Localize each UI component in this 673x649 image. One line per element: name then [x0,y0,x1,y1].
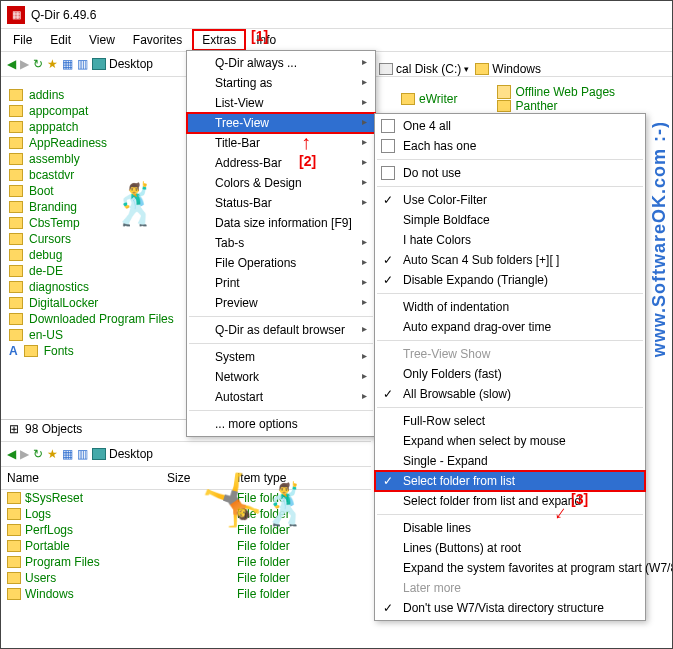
back-icon[interactable]: ◀ [7,57,16,71]
grid-icon[interactable]: ▦ [62,447,73,461]
menu-item[interactable]: Auto expand drag-over time [375,317,645,337]
address-desktop[interactable]: Desktop [92,447,153,461]
table-row[interactable]: PortableFile folder [1,538,371,554]
col-size[interactable]: Size [161,469,231,487]
folder-item[interactable]: appcompat [9,103,193,119]
menu-item[interactable]: Lines (Buttons) at root [375,538,645,558]
layout-icon[interactable]: ▥ [77,447,88,461]
forward-icon[interactable]: ▶ [20,57,29,71]
col-type[interactable]: Item type [231,469,351,487]
fav-icon[interactable]: ★ [47,447,58,461]
column-headers[interactable]: Name Size Item type [1,467,371,490]
menu-extras[interactable]: Extras [192,29,246,51]
table-row[interactable]: LogsFile folder [1,506,371,522]
file-item[interactable]: Panther [497,99,615,113]
grid-icon[interactable]: ▦ [62,57,73,71]
menu-item[interactable]: Network [187,367,375,387]
folder-item[interactable]: Boot [9,183,193,199]
menu-item[interactable]: Starting as [187,73,375,93]
menu-item[interactable]: Only Folders (fast) [375,364,645,384]
folder-item[interactable]: debug [9,247,193,263]
menu-item[interactable]: Single - Expand [375,451,645,471]
col-name[interactable]: Name [1,469,161,487]
menu-item[interactable]: Tree-View [187,113,375,133]
folder-item[interactable]: bcastdvr [9,167,193,183]
folder-item[interactable]: Downloaded Program Files [9,311,193,327]
menu-item[interactable]: Q-Dir as default browser [187,320,375,340]
refresh-icon[interactable]: ↻ [33,447,43,461]
menu-item[interactable]: Colors & Design [187,173,375,193]
file-item[interactable]: Offline Web Pages [497,85,615,99]
fav-icon[interactable]: ★ [47,57,58,71]
menu-item-label: Lines (Buttons) at root [403,541,521,555]
table-row[interactable]: $SysResetFile folder [1,490,371,506]
menu-item[interactable]: ... more options [187,414,375,434]
menu-item[interactable]: Expand when select by mouse [375,431,645,451]
folder-item[interactable]: assembly [9,151,193,167]
folder-item[interactable]: DigitalLocker [9,295,193,311]
back-icon[interactable]: ◀ [7,447,16,461]
forward-icon[interactable]: ▶ [20,447,29,461]
menu-item[interactable]: Expand the system favorites at program s… [375,558,645,578]
menu-item[interactable]: ✓All Browsable (slow) [375,384,645,404]
menu-item[interactable]: Data size information [F9] [187,213,375,233]
table-row[interactable]: PerfLogsFile folder [1,522,371,538]
menu-favorites[interactable]: Favorites [125,31,190,49]
menu-item[interactable]: ✓Select folder from list [375,471,645,491]
menu-item-label: Select folder from list [403,474,515,488]
folder-item[interactable]: A Fonts [9,343,193,359]
expand-icon[interactable]: ⊞ [9,422,19,436]
menu-item[interactable]: System [187,347,375,367]
layout-icon [381,119,395,133]
menu-item[interactable]: Status-Bar [187,193,375,213]
menu-item[interactable]: Autostart [187,387,375,407]
monitor-icon [92,58,106,70]
menu-item[interactable]: ✓Auto Scan 4 Sub folders [+][ ] [375,250,645,270]
table-row[interactable]: WindowsFile folder [1,586,371,602]
menu-item[interactable]: ✓Use Color-Filter [375,190,645,210]
menu-item[interactable]: Disable lines [375,518,645,538]
chevron-down-icon[interactable]: ▾ [464,64,469,74]
menu-item[interactable]: List-View [187,93,375,113]
row-name: Program Files [25,555,100,569]
menu-view[interactable]: View [81,31,123,49]
menu-item[interactable]: ✓Disable Expando (Triangle) [375,270,645,290]
address-disk[interactable]: cal Disk (C:) ▾ [379,62,469,76]
menu-item[interactable]: I hate Colors [375,230,645,250]
folder-item[interactable]: CbsTemp [9,215,193,231]
file-item[interactable]: eWriter [401,85,457,113]
folder-item[interactable]: diagnostics [9,279,193,295]
refresh-icon[interactable]: ↻ [33,57,43,71]
menu-item[interactable]: Do not use [375,163,645,183]
menu-file[interactable]: File [5,31,40,49]
folder-icon [9,185,23,197]
menu-item[interactable]: File Operations [187,253,375,273]
layout-icon[interactable]: ▥ [77,57,88,71]
folder-item[interactable]: Branding [9,199,193,215]
menu-item[interactable]: Print [187,273,375,293]
menu-item[interactable]: Width of indentation [375,297,645,317]
folder-item[interactable]: Cursors [9,231,193,247]
folder-item[interactable]: addins [9,87,193,103]
menu-item[interactable]: Each has one [375,136,645,156]
table-row[interactable]: UsersFile folder [1,570,371,586]
folder-item[interactable]: de-DE [9,263,193,279]
menu-item[interactable]: Address-Bar [187,153,375,173]
menu-item[interactable]: Tab-s [187,233,375,253]
menu-edit[interactable]: Edit [42,31,79,49]
folder-item[interactable]: AppReadiness [9,135,193,151]
menu-item[interactable]: Simple Boldface [375,210,645,230]
check-icon: ✓ [383,253,393,267]
address-windows[interactable]: Windows [475,62,541,76]
table-row[interactable]: Program FilesFile folder [1,554,371,570]
folder-item[interactable]: apppatch [9,119,193,135]
menu-item[interactable]: Select folder from list and expand [375,491,645,511]
folder-item[interactable]: en-US [9,327,193,343]
menu-item[interactable]: ✓Don't use W7/Vista directory structure [375,598,645,618]
menu-item[interactable]: Preview [187,293,375,313]
address-desktop[interactable]: Desktop [92,57,153,71]
menu-item[interactable]: Q-Dir always ... [187,53,375,73]
menu-item[interactable]: One 4 all [375,116,645,136]
menu-item[interactable]: Full-Row select [375,411,645,431]
menu-item[interactable]: Title-Bar [187,133,375,153]
